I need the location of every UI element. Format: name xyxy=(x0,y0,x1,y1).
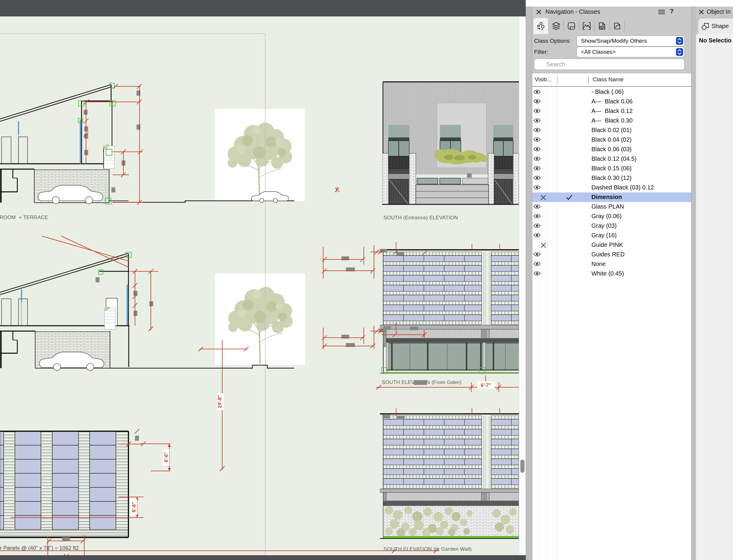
sheet-layers-icon xyxy=(567,21,576,31)
visibility-eye-icon[interactable] xyxy=(533,127,541,133)
class-row-a-black-0-30[interactable]: A— Black 0.30 xyxy=(532,116,691,126)
panel-top-margin xyxy=(526,0,733,7)
viewports-icon xyxy=(597,21,607,31)
class-row-black-0-04-02[interactable]: Black 0.04 (02) xyxy=(532,135,691,145)
class-row-black-0-30-12[interactable]: Black 0.30 (12) xyxy=(532,173,691,183)
column-visibility: Visib... xyxy=(535,76,552,83)
menu-icon[interactable] xyxy=(658,9,665,15)
class-name-label: - Black (.06) xyxy=(591,88,624,95)
visibility-off-icon[interactable] xyxy=(540,242,546,248)
class-name-label: Gray (16) xyxy=(591,232,616,239)
visibility-eye-icon[interactable] xyxy=(533,271,541,276)
section-drawing-bedroom-terrace[interactable] xyxy=(0,81,172,206)
elevation-south-to-garden-wall[interactable] xyxy=(380,412,519,543)
shape-tab-label: Shape xyxy=(711,23,729,30)
visibility-eye-icon[interactable] xyxy=(533,261,541,267)
visibility-eye-icon[interactable] xyxy=(533,146,541,152)
class-options-dropdown[interactable]: Show/Snap/Modify Others xyxy=(576,36,685,46)
class-name-label: Dashed Black (03) 0.12 xyxy=(591,184,654,191)
class-options-label: Class Options: xyxy=(534,38,571,44)
tab-shape[interactable]: Shape xyxy=(698,19,733,34)
visibility-eye-icon[interactable] xyxy=(533,137,541,142)
class-row-dimension[interactable]: Dimension xyxy=(532,192,691,202)
class-name-label: White (0.45) xyxy=(591,270,624,277)
scrollbar-thumb[interactable] xyxy=(520,460,524,473)
class-name-label: Gray (0.06) xyxy=(591,213,622,220)
visibility-off-icon[interactable] xyxy=(540,195,546,201)
visibility-eye-icon[interactable] xyxy=(533,108,541,114)
class-name-label: A— Black 0.06 xyxy=(591,98,633,105)
class-row-a-black-0-12[interactable]: A— Black 0.12 xyxy=(532,106,691,116)
visibility-eye-icon[interactable] xyxy=(533,232,541,238)
object-info-content: No Selectio xyxy=(696,34,733,560)
class-row-guide-pink[interactable]: Guide PINK xyxy=(532,240,691,250)
class-list-column-header[interactable]: Visib... Class Name xyxy=(532,73,691,87)
tab-references[interactable] xyxy=(610,18,625,34)
tab-saved-views[interactable] xyxy=(579,18,594,34)
class-row-gray-03[interactable]: Gray (03) xyxy=(532,221,691,231)
close-icon[interactable] xyxy=(698,9,704,15)
class-row-black-0-15-06[interactable]: Black 0.15 (06) xyxy=(532,164,691,173)
elevation-south-entrance[interactable] xyxy=(382,81,519,206)
class-row-white-0-45[interactable]: White (0.45) xyxy=(532,269,691,279)
class-row-black-0-06-03[interactable]: Black 0.06 (03) xyxy=(532,145,691,154)
tab-design-layers[interactable] xyxy=(549,18,564,34)
visibility-eye-icon[interactable] xyxy=(533,223,541,228)
canvas-vertical-scrollbar[interactable] xyxy=(519,16,526,555)
class-row-black-0-02-01[interactable]: Black 0.02 (01) xyxy=(532,126,691,135)
filter-dropdown[interactable]: <All Classes> xyxy=(576,47,685,57)
active-class-checkmark-icon xyxy=(566,194,573,200)
class-row-glass-plan[interactable]: Glass PLAN xyxy=(532,202,691,212)
solar-panel-plan[interactable] xyxy=(0,426,134,541)
class-options-value: Show/Snap/Modify Others xyxy=(581,38,647,44)
label-south-from-garden: SOUTH ELEVATION (From Gden) xyxy=(382,380,461,385)
class-name-label: A— Black 0.30 xyxy=(591,117,633,124)
visibility-eye-icon[interactable] xyxy=(533,213,541,219)
tree-image-2[interactable] xyxy=(215,273,305,365)
object-info-title: Object In xyxy=(707,8,731,15)
class-row-dashed-black-03-0-12[interactable]: Dashed Black (03) 0.12 xyxy=(532,183,691,192)
panel-divider[interactable] xyxy=(526,7,532,560)
visibility-eye-icon[interactable] xyxy=(533,204,541,209)
tab-classes[interactable] xyxy=(533,18,548,34)
visibility-eye-icon[interactable] xyxy=(533,252,541,257)
visibility-eye-icon[interactable] xyxy=(533,118,541,123)
top-toolbar-strip xyxy=(0,0,526,16)
visibility-eye-icon[interactable] xyxy=(533,175,541,180)
section-drawing-lower[interactable] xyxy=(0,236,173,372)
class-name-label: Black 0.30 (12) xyxy=(591,175,632,181)
class-name-label: Glass PLAN xyxy=(591,203,624,210)
class-list[interactable]: - Black (.06)A— Black 0.06A— Black 0.12A… xyxy=(532,87,691,560)
help-icon[interactable]: ? xyxy=(670,7,674,15)
stepper-icon[interactable] xyxy=(676,48,683,56)
tab-viewports[interactable] xyxy=(594,18,609,34)
class-row-black-06[interactable]: - Black (.06) xyxy=(532,87,691,97)
tab-sheet-layers[interactable] xyxy=(564,18,579,34)
visibility-eye-icon[interactable] xyxy=(533,89,541,94)
search-input[interactable] xyxy=(534,59,685,70)
class-name-label: Black 0.12 (04.5) xyxy=(591,155,636,162)
class-row-black-0-12-04-5[interactable]: Black 0.12 (04.5) xyxy=(532,154,691,164)
tree-image-1[interactable] xyxy=(215,109,305,201)
elevation-south-from-garden[interactable] xyxy=(380,248,519,381)
class-row-gray-16[interactable]: Gray (16) xyxy=(532,231,691,240)
class-row-a-black-0-06[interactable]: A— Black 0.06 xyxy=(532,97,691,106)
dim-24-8: 24'-8" xyxy=(217,395,222,408)
tree-illustration xyxy=(215,273,305,365)
visibility-eye-icon[interactable] xyxy=(533,99,541,104)
navigation-classes-panel: Navigation - Classes ? xyxy=(532,7,691,560)
class-row-none[interactable]: None xyxy=(532,259,691,269)
class-row-guides-red[interactable]: Guides RED xyxy=(532,250,691,259)
visibility-eye-icon[interactable] xyxy=(533,156,541,161)
red-dimension-arrows xyxy=(136,444,171,518)
visibility-eye-icon[interactable] xyxy=(533,166,541,171)
stepper-icon[interactable] xyxy=(676,37,683,45)
class-row-gray-0-06[interactable]: Gray (0.06) xyxy=(532,212,691,221)
vectorworks-window: DROOM + TERRACE SOUTH (Entrance) ELEVATI… xyxy=(0,0,733,560)
visibility-eye-icon[interactable] xyxy=(533,185,541,190)
tree-illustration xyxy=(215,109,305,201)
drawing-canvas[interactable]: DROOM + TERRACE SOUTH (Entrance) ELEVATI… xyxy=(0,16,519,555)
solar-panel-columns xyxy=(0,431,128,530)
object-info-panel: Object In Shape No Selectio xyxy=(696,7,733,560)
close-icon[interactable] xyxy=(536,9,542,15)
